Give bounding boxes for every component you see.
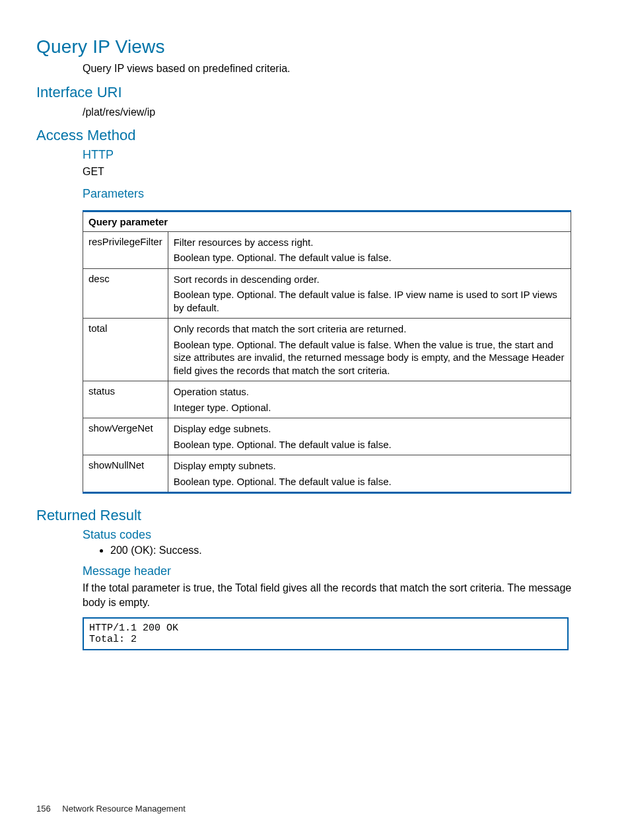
interface-uri-value: /plat/res/view/ip [83, 105, 590, 120]
http-method-value: GET [83, 165, 590, 179]
table-row: resPrivilegeFilter Filter resources by a… [83, 231, 571, 268]
param-name: showNullNet [83, 455, 168, 493]
param-description: Display empty subnets. Boolean type. Opt… [168, 455, 571, 493]
message-header-heading: Message header [83, 564, 590, 578]
param-name: desc [83, 268, 168, 319]
param-desc-line: Operation status. [174, 385, 565, 399]
param-desc-line: Display empty subnets. [174, 459, 565, 473]
page-footer: 156 Network Resource Management [36, 804, 186, 814]
returned-result-heading: Returned Result [36, 507, 590, 524]
param-desc-line: Sort records in descending order. [174, 273, 565, 286]
table-row: showVergeNet Display edge subnets. Boole… [83, 418, 571, 455]
param-desc-line: Boolean type. Optional. The default valu… [174, 338, 565, 377]
document-page: Query IP Views Query IP views based on p… [0, 0, 630, 840]
table-row: status Operation status. Integer type. O… [83, 381, 571, 418]
param-desc-line: Boolean type. Optional. The default valu… [174, 438, 565, 451]
param-name: total [83, 319, 168, 381]
page-number: 156 [36, 804, 51, 814]
param-name: status [83, 381, 168, 418]
table-row: desc Sort records in descending order. B… [83, 268, 571, 319]
param-description: Operation status. Integer type. Optional… [168, 381, 571, 418]
status-codes-heading: Status codes [83, 528, 590, 542]
interface-uri-heading: Interface URI [36, 84, 590, 101]
parameters-heading: Parameters [83, 187, 590, 201]
table-row: total Only records that match the sort c… [83, 319, 571, 381]
table-header-cell: Query parameter [83, 211, 571, 231]
param-description: Only records that match the sort criteri… [168, 319, 571, 381]
param-desc-line: Boolean type. Optional. The default valu… [174, 251, 565, 264]
message-header-text: If the total parameter is true, the Tota… [83, 581, 590, 609]
status-code-item: 200 (OK): Success. [110, 545, 590, 556]
footer-section-name: Network Resource Management [62, 804, 185, 814]
param-desc-line: Boolean type. Optional. The default valu… [174, 475, 565, 488]
param-desc-line: Integer type. Optional. [174, 401, 565, 414]
page-title: Query IP Views [36, 36, 590, 57]
param-desc-line: Display edge subnets. [174, 422, 565, 436]
param-description: Sort records in descending order. Boolea… [168, 268, 571, 319]
param-name: showVergeNet [83, 418, 168, 455]
access-method-heading: Access Method [36, 127, 590, 144]
param-description: Filter resources by access right. Boolea… [168, 231, 571, 268]
code-block: HTTP/1.1 200 OK Total: 2 [83, 617, 569, 650]
http-heading: HTTP [83, 148, 590, 162]
param-desc-line: Filter resources by access right. [174, 236, 565, 249]
param-desc-line: Boolean type. Optional. The default valu… [174, 288, 565, 314]
intro-text: Query IP views based on predefined crite… [83, 61, 590, 76]
query-parameters-table: Query parameter resPrivilegeFilter Filte… [83, 210, 571, 494]
param-description: Display edge subnets. Boolean type. Opti… [168, 418, 571, 455]
param-desc-line: Only records that match the sort criteri… [174, 323, 565, 336]
param-name: resPrivilegeFilter [83, 231, 168, 268]
status-codes-list: 200 (OK): Success. [36, 545, 590, 556]
table-row: showNullNet Display empty subnets. Boole… [83, 455, 571, 493]
